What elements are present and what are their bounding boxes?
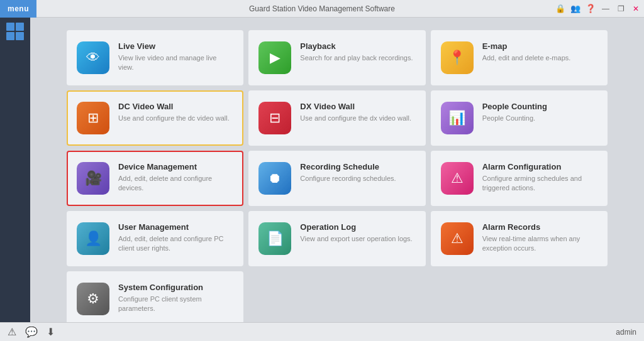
app-card-people-counting[interactable]: 📊 People Counting People Counting.: [431, 90, 608, 146]
device-management-title: Device Management: [118, 162, 233, 171]
playback-desc: Search for and play back recordings.: [300, 53, 413, 63]
alarm-records-desc: View real-time alarms when any exception…: [482, 234, 597, 254]
app-card-dc-video-wall[interactable]: ⊞ DC Video Wall Use and configure the dc…: [67, 90, 243, 146]
playback-title: Playback: [300, 41, 413, 51]
app-card-playback[interactable]: ▶ Playback Search for and play back reco…: [248, 30, 425, 85]
alarm-configuration-title: Alarm Configuration: [482, 162, 597, 171]
device-management-desc: Add, edit, delete and configure devices.: [118, 174, 233, 193]
operation-log-icon: 📄: [258, 222, 291, 255]
emap-desc: Add, edit and delete e-maps.: [482, 53, 571, 63]
minimize-button[interactable]: —: [600, 3, 611, 14]
operation-log-desc: View and export user operation logs.: [300, 234, 412, 244]
chat-icon[interactable]: 💬: [25, 326, 38, 338]
recording-schedule-title: Recording Schedule: [300, 162, 396, 171]
alarm-records-text: Alarm Records View real-time alarms when…: [482, 222, 597, 254]
bottom-bar: ⚠ 💬 ⬇ admin: [0, 322, 644, 341]
title-bar-controls: 🔒 👥 ❓ — ❐ ✕: [555, 3, 644, 14]
alarm-configuration-icon: ⚠: [441, 162, 474, 195]
dc-video-wall-text: DC Video Wall Use and configure the dc v…: [118, 102, 230, 123]
app-card-emap[interactable]: 📍 E-map Add, edit and delete e-maps.: [431, 30, 608, 85]
dc-video-wall-icon: ⊞: [77, 102, 109, 134]
app-card-device-management[interactable]: 🎥 Device Management Add, edit, delete an…: [67, 151, 243, 206]
dc-video-wall-title: DC Video Wall: [118, 102, 230, 111]
user-management-title: User Management: [118, 222, 233, 232]
menu-button[interactable]: menu: [0, 0, 36, 18]
restore-button[interactable]: ❐: [615, 3, 626, 14]
system-configuration-title: System Configuration: [118, 283, 233, 292]
playback-text: Playback Search for and play back record…: [300, 41, 413, 63]
users-icon[interactable]: 👥: [570, 3, 581, 14]
operation-log-text: Operation Log View and export user opera…: [300, 222, 412, 244]
live-view-desc: View live video and manage live view.: [118, 53, 233, 73]
emap-icon: 📍: [441, 41, 474, 74]
app-card-system-configuration[interactable]: ⚙ System Configuration Configure PC clie…: [67, 271, 243, 327]
system-configuration-icon: ⚙: [77, 283, 109, 315]
alarm-configuration-text: Alarm Configuration Configure arming sch…: [482, 162, 597, 193]
device-management-icon: 🎥: [77, 162, 109, 195]
title-bar-left: menu: [0, 0, 36, 18]
dx-video-wall-desc: Use and configure the dx video wall.: [300, 114, 411, 123]
people-counting-text: People Counting People Counting.: [482, 102, 547, 123]
recording-schedule-desc: Configure recording schedules.: [300, 174, 396, 183]
people-counting-icon: 📊: [441, 102, 474, 134]
alarm-records-title: Alarm Records: [482, 222, 597, 232]
system-configuration-text: System Configuration Configure PC client…: [118, 283, 233, 314]
playback-icon: ▶: [258, 41, 291, 74]
dx-video-wall-text: DX Video Wall Use and configure the dx v…: [300, 102, 411, 123]
app-card-alarm-records[interactable]: ⚠ Alarm Records View real-time alarms wh…: [431, 211, 608, 266]
sidebar: [0, 18, 30, 341]
app-title: Guard Station Video Management Software: [249, 4, 395, 13]
user-management-text: User Management Add, edit, delete and co…: [118, 222, 233, 254]
main-layout: 👁 Live View View live video and manage l…: [0, 18, 644, 341]
system-configuration-desc: Configure PC client system parameters.: [118, 295, 233, 314]
dx-video-wall-icon: ⊟: [258, 102, 291, 134]
alarm-records-icon: ⚠: [441, 222, 474, 255]
bottom-icons: ⚠ 💬 ⬇: [8, 326, 55, 338]
device-management-text: Device Management Add, edit, delete and …: [118, 162, 233, 193]
close-button[interactable]: ✕: [630, 3, 641, 14]
download-icon[interactable]: ⬇: [47, 326, 55, 338]
live-view-text: Live View View live video and manage liv…: [118, 41, 233, 73]
alarm-configuration-desc: Configure arming schedules and triggered…: [482, 174, 597, 193]
app-card-recording-schedule[interactable]: ⏺ Recording Schedule Configure recording…: [248, 151, 425, 206]
people-counting-title: People Counting: [482, 102, 547, 111]
app-card-alarm-configuration[interactable]: ⚠ Alarm Configuration Configure arming s…: [431, 151, 608, 206]
app-card-operation-log[interactable]: 📄 Operation Log View and export user ope…: [248, 211, 425, 266]
user-management-desc: Add, edit, delete and configure PC clien…: [118, 234, 233, 254]
content-area: 👁 Live View View live video and manage l…: [30, 18, 644, 341]
app-card-live-view[interactable]: 👁 Live View View live video and manage l…: [67, 30, 243, 85]
app-card-user-management[interactable]: 👤 User Management Add, edit, delete and …: [67, 211, 243, 266]
live-view-title: Live View: [118, 41, 233, 51]
sidebar-grid-button[interactable]: [6, 23, 24, 40]
people-counting-desc: People Counting.: [482, 114, 547, 123]
admin-label: admin: [616, 328, 636, 337]
lock-icon[interactable]: 🔒: [555, 3, 566, 14]
emap-text: E-map Add, edit and delete e-maps.: [482, 41, 571, 63]
app-card-dx-video-wall[interactable]: ⊟ DX Video Wall Use and configure the dx…: [248, 90, 425, 146]
live-view-icon: 👁: [77, 41, 109, 74]
title-bar: menu Guard Station Video Management Soft…: [0, 0, 644, 18]
app-grid: 👁 Live View View live video and manage l…: [67, 30, 608, 327]
recording-schedule-icon: ⏺: [258, 162, 291, 195]
warning-icon[interactable]: ⚠: [8, 326, 16, 338]
help-icon[interactable]: ❓: [585, 3, 596, 14]
recording-schedule-text: Recording Schedule Configure recording s…: [300, 162, 396, 183]
dx-video-wall-title: DX Video Wall: [300, 102, 411, 111]
dc-video-wall-desc: Use and configure the dc video wall.: [118, 114, 230, 123]
user-management-icon: 👤: [77, 222, 109, 255]
emap-title: E-map: [482, 41, 571, 51]
operation-log-title: Operation Log: [300, 222, 412, 232]
